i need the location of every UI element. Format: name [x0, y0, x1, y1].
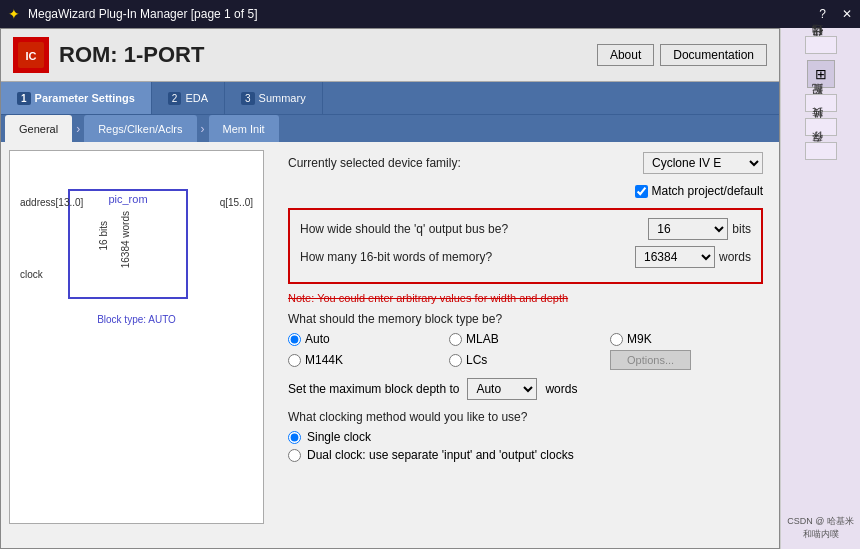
block-type-label: Block type: AUTO: [18, 314, 255, 325]
words-memory-label: How many 16-bit words of memory?: [300, 250, 635, 264]
words-label: 16384 words: [120, 211, 131, 268]
tab-general[interactable]: General: [5, 115, 72, 142]
sidebar-run-code[interactable]: 运行代码: [805, 36, 837, 54]
radio-mlab-input[interactable]: [449, 333, 462, 346]
diagram-title: pic_rom: [70, 191, 186, 207]
right-panel: Currently selected device family: Cyclon…: [272, 142, 779, 532]
output-bus-select[interactable]: 16 8 32: [648, 218, 728, 240]
note-text: Note: You could enter arbitrary values f…: [288, 292, 763, 304]
words-memory-row: How many 16-bit words of memory? 16384 8…: [300, 246, 751, 268]
radio-lcs: LCs: [449, 350, 602, 370]
single-clock-option: Single clock: [288, 430, 763, 444]
single-clock-label: Single clock: [307, 430, 371, 444]
dual-clock-radio[interactable]: [288, 449, 301, 462]
words-memory-unit: words: [719, 250, 751, 264]
dual-clock-label: Dual clock: use separate 'input' and 'ou…: [307, 448, 574, 462]
output-bus-row: How wide should the 'q' output bus be? 1…: [300, 218, 751, 240]
max-block-depth-label: Set the maximum block depth to: [288, 382, 459, 396]
radio-auto-input[interactable]: [288, 333, 301, 346]
match-checkbox-row: Match project/default: [288, 184, 763, 198]
sidebar-icon-1[interactable]: ⊞: [807, 60, 835, 88]
arrow-2: ›: [199, 115, 207, 142]
tab-summary[interactable]: 3 Summary: [225, 82, 323, 114]
max-block-depth-unit: words: [545, 382, 577, 396]
sidebar-configure[interactable]: 配置: [805, 94, 837, 112]
single-clock-radio[interactable]: [288, 431, 301, 444]
max-block-depth-select[interactable]: Auto 512 1024: [467, 378, 537, 400]
window-title: MegaWizard Plug-In Manager [page 1 of 5]: [28, 7, 257, 21]
header-buttons: About Documentation: [597, 44, 767, 66]
block-type-section-label: What should the memory block type be?: [288, 312, 763, 326]
window-header: IC ROM: 1-PORT About Documentation: [1, 29, 779, 82]
sidebar-convert[interactable]: 转换: [805, 118, 837, 136]
output-bus-label: How wide should the 'q' output bus be?: [300, 222, 648, 236]
documentation-button[interactable]: Documentation: [660, 44, 767, 66]
radio-m9k: M9K: [610, 332, 763, 346]
about-button[interactable]: About: [597, 44, 654, 66]
radio-mlab: MLAB: [449, 332, 602, 346]
diagram-box: pic_rom 16 bits 16384 words: [68, 189, 188, 299]
tab-parameter-settings[interactable]: 1 Parameter Settings: [1, 82, 152, 114]
match-checkbox-label: Match project/default: [652, 184, 763, 198]
titlebar: ✦ MegaWizard Plug-In Manager [page 1 of …: [0, 0, 860, 28]
tab-mem-init[interactable]: Mem Init: [209, 115, 279, 142]
radio-m144k: M144K: [288, 350, 441, 370]
red-bordered-section: How wide should the 'q' output bus be? 1…: [288, 208, 763, 284]
titlebar-controls: ? ✕: [819, 7, 852, 21]
options-button[interactable]: Options...: [610, 350, 691, 370]
bits-label: 16 bits: [98, 221, 109, 250]
clock-port: clock: [20, 269, 43, 280]
note-strikethrough: Note: You could enter arbitrary values f…: [288, 292, 568, 304]
radio-m9k-input[interactable]: [610, 333, 623, 346]
rom-icon: IC: [13, 37, 49, 73]
tabs-row-1: 1 Parameter Settings 2 EDA 3 Summary: [1, 82, 779, 114]
content-area: pic_rom 16 bits 16384 words address[13..…: [1, 142, 779, 532]
tab-regs-clken-aclrs[interactable]: Regs/Clken/Aclrs: [84, 115, 196, 142]
main-window: IC ROM: 1-PORT About Documentation 1 Par…: [0, 28, 780, 549]
dual-clock-option: Dual clock: use separate 'input' and 'ou…: [288, 448, 763, 462]
device-family-control: Cyclone IV E: [643, 152, 763, 174]
device-family-select[interactable]: Cyclone IV E: [643, 152, 763, 174]
csdn-label: CSDN @ 哈基米和喵内噗: [785, 515, 856, 541]
right-sidebar: 运行代码 ⊞ 配置 转换 保存 CSDN @ 哈基米和喵内噗: [780, 28, 860, 549]
words-memory-select[interactable]: 16384 8192 32768: [635, 246, 715, 268]
sidebar-save[interactable]: 保存: [805, 142, 837, 160]
device-family-label: Currently selected device family:: [288, 156, 461, 170]
clock-options-group: Single clock Dual clock: use separate 'i…: [288, 430, 763, 462]
tabs-row-2: General › Regs/Clken/Aclrs › Mem Init: [1, 114, 779, 142]
tab-eda[interactable]: 2 EDA: [152, 82, 225, 114]
help-button[interactable]: ?: [819, 7, 826, 21]
words-memory-control: 16384 8192 32768 words: [635, 246, 751, 268]
q-port: q[15..0]: [220, 197, 253, 208]
radio-auto: Auto: [288, 332, 441, 346]
close-button[interactable]: ✕: [842, 7, 852, 21]
match-checkbox[interactable]: [635, 185, 648, 198]
diagram-panel: pic_rom 16 bits 16384 words address[13..…: [9, 150, 264, 524]
arrow-1: ›: [74, 115, 82, 142]
clock-section: What clocking method would you like to u…: [288, 410, 763, 462]
block-type-section: What should the memory block type be? Au…: [288, 312, 763, 370]
output-bus-control: 16 8 32 bits: [648, 218, 751, 240]
radio-lcs-input[interactable]: [449, 354, 462, 367]
radio-m144k-input[interactable]: [288, 354, 301, 367]
device-family-row: Currently selected device family: Cyclon…: [288, 152, 763, 174]
max-block-depth-row: Set the maximum block depth to Auto 512 …: [288, 378, 763, 400]
svg-text:IC: IC: [26, 50, 37, 62]
clock-section-label: What clocking method would you like to u…: [288, 410, 763, 424]
block-type-radio-group: Auto MLAB M9K M144K: [288, 332, 763, 370]
output-bus-unit: bits: [732, 222, 751, 236]
page-title: ROM: 1-PORT: [59, 42, 204, 68]
address-port: address[13..0]: [20, 197, 83, 208]
